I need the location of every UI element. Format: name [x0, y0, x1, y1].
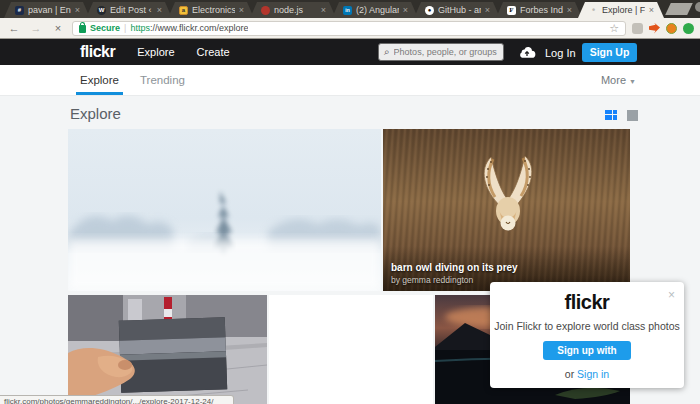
tab-title: pavan | Engi	[28, 5, 71, 15]
tab-title: Edit Post ‹ E	[110, 5, 153, 15]
search-box[interactable]: ⌕	[378, 43, 504, 61]
new-tab-button[interactable]	[665, 3, 693, 15]
header-nav-create[interactable]: Create	[197, 46, 230, 58]
browser-tab-strip: # pavan | Engi × W Edit Post ‹ E × a Ele…	[0, 0, 700, 18]
signin-link[interactable]: Sign in	[577, 368, 609, 380]
tab-close-icon[interactable]: ×	[157, 6, 162, 15]
browser-tab-nodejs[interactable]: node.js ×	[250, 2, 336, 18]
view-toggles	[605, 110, 638, 121]
join-flickr-modal: × flickr Join Flickr to explore world cl…	[490, 282, 684, 388]
close-icon[interactable]: ×	[668, 289, 675, 301]
browser-tab-edit-post[interactable]: W Edit Post ‹ E ×	[86, 2, 172, 18]
browser-toolbar: ← → × Secure | https://www.flickr.com/ex…	[0, 18, 700, 39]
browser-tab-github[interactable]: ● GitHub - ang ×	[414, 2, 500, 18]
address-bar[interactable]: Secure | https://www.flickr.com/explore …	[72, 21, 626, 36]
flickr-logo[interactable]: flickr	[80, 43, 115, 61]
tab-close-icon[interactable]: ×	[75, 6, 80, 15]
secure-label: Secure	[90, 23, 120, 33]
extension-icon-green-circle[interactable]	[683, 23, 694, 34]
search-input[interactable]	[394, 47, 498, 57]
screen: # pavan | Engi × W Edit Post ‹ E × a Ele…	[0, 0, 700, 404]
hash-favicon-icon: #	[15, 6, 24, 15]
photo-foggy-trees[interactable]	[68, 129, 381, 291]
signup-button[interactable]: Sign Up	[582, 43, 637, 62]
tab-title: GitHub - ang	[438, 5, 481, 15]
stop-button[interactable]: ×	[50, 23, 66, 34]
search-icon: ⌕	[384, 47, 390, 57]
more-label: More	[601, 74, 626, 86]
browser-tab-angular[interactable]: in (2) Angular T ×	[332, 2, 418, 18]
tab-title: (2) Angular T	[356, 5, 399, 15]
url-divider: |	[124, 23, 126, 33]
tab-close-icon[interactable]: ×	[649, 6, 654, 15]
modal-flickr-logo: flickr	[490, 291, 684, 314]
tab-title: node.js	[274, 5, 317, 15]
photo-title[interactable]: barn owl diving on its prey	[391, 262, 518, 273]
tab-title: Electronics,	[192, 5, 235, 15]
shopping-bag-favicon-icon: a	[179, 6, 188, 15]
photo-loading-placeholder[interactable]	[269, 295, 433, 404]
forbes-favicon-icon: F	[507, 6, 516, 15]
page-title: Explore	[70, 105, 121, 122]
browser-tab-pavan[interactable]: # pavan | Engi ×	[4, 2, 90, 18]
modal-message: Join Flickr to explore world class photo…	[490, 320, 684, 332]
linkedin-favicon-icon: in	[343, 6, 352, 15]
explore-subnav: Explore Trending More ▼	[0, 65, 700, 96]
flickr-header: flickr Explore Create ⌕ Log In Sign Up	[0, 39, 700, 65]
back-button[interactable]: ←	[6, 23, 22, 34]
browser-tab-forbes[interactable]: F Forbes India ×	[496, 2, 582, 18]
subnav-tab-explore[interactable]: Explore	[80, 74, 119, 86]
extension-icon-gray[interactable]	[632, 23, 643, 34]
tab-close-icon[interactable]: ×	[403, 6, 408, 15]
modal-signin-row: or Sign in	[490, 368, 684, 380]
bookmark-star-icon[interactable]: ☆	[609, 22, 619, 35]
tab-title: Explore | Flic	[602, 5, 645, 15]
signup-yahoo-button[interactable]: Sign up with Yahoo	[543, 341, 631, 360]
tab-title: Forbes India	[520, 5, 563, 15]
subnav-more-dropdown[interactable]: More ▼	[601, 74, 636, 86]
or-label: or	[565, 368, 577, 380]
square-view-icon[interactable]	[627, 110, 638, 121]
extension-icon-orange-arrow[interactable]	[649, 23, 660, 34]
photo-barn-owl[interactable]: barn owl diving on its prey by gemma red…	[383, 129, 630, 291]
url-text: https://www.flickr.com/explore	[130, 23, 248, 33]
npm-favicon-icon	[261, 6, 270, 15]
wordpress-favicon-icon: W	[97, 6, 106, 15]
login-link[interactable]: Log In	[545, 47, 576, 59]
browser-tab-flickr-explore-active[interactable]: • Explore | Flic ×	[578, 2, 664, 18]
forward-button[interactable]: →	[28, 23, 44, 34]
tab-close-icon[interactable]: ×	[567, 6, 572, 15]
subnav-tab-trending[interactable]: Trending	[140, 74, 185, 86]
tab-close-icon[interactable]: ×	[485, 6, 490, 15]
header-nav-explore[interactable]: Explore	[137, 46, 174, 58]
extension-icon-orange-circle[interactable]	[666, 23, 677, 34]
justified-view-icon[interactable]	[605, 110, 618, 121]
padlock-icon	[79, 25, 86, 33]
status-url-bubble: flickr.com/photos/gemmareddington/.../ex…	[0, 395, 234, 404]
chevron-down-icon: ▼	[629, 78, 636, 85]
browser-tab-electronics[interactable]: a Electronics, ×	[168, 2, 254, 18]
loading-dot-favicon-icon: •	[589, 6, 598, 15]
url-scheme: https	[130, 23, 150, 33]
url-rest: ://www.flickr.com/explore	[150, 23, 249, 33]
photo-hand-holding-print[interactable]	[68, 295, 267, 404]
tab-close-icon[interactable]: ×	[321, 6, 326, 15]
tab-close-icon[interactable]: ×	[239, 6, 244, 15]
upload-cloud-icon[interactable]	[518, 45, 536, 58]
github-favicon-icon: ●	[425, 6, 434, 15]
window-corner-icon	[695, 2, 700, 12]
